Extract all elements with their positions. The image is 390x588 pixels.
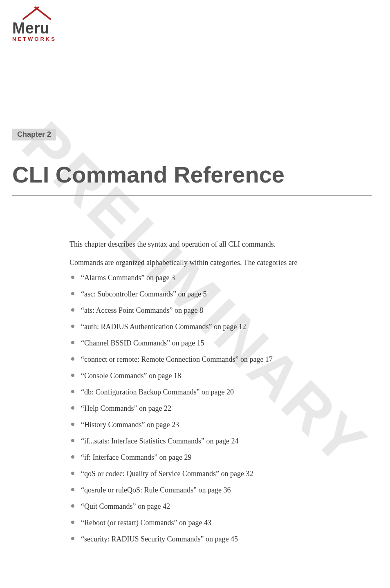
list-item: “security: RADIUS Security Commands” on … <box>69 534 370 545</box>
list-item: “Quit Commands” on page 42 <box>69 501 370 512</box>
chapter-label: Chapter 2 <box>12 129 56 140</box>
list-item: “asc: Subcontroller Commands” on page 5 <box>69 289 370 300</box>
list-item: “if...stats: Interface Statistics Comman… <box>69 436 370 447</box>
list-item: “qosrule or ruleQoS: Rule Commands” on p… <box>69 485 370 496</box>
body-content: This chapter describes the syntax and op… <box>69 239 370 550</box>
list-item: “ats: Access Point Commands” on page 8 <box>69 305 370 316</box>
list-item: “History Commands” on page 23 <box>69 419 370 430</box>
list-item: “if: Interface Commands” on page 29 <box>69 452 370 463</box>
title-rule <box>12 195 372 196</box>
list-item: “Console Commands” on page 18 <box>69 370 370 381</box>
list-item: “Help Commands” on page 22 <box>69 403 370 414</box>
list-item: “connect or remote: Remote Connection Co… <box>69 354 370 365</box>
list-item: “Channel BSSID Commands” on page 15 <box>69 338 370 349</box>
list-item: “auth: RADIUS Authentication Commands” o… <box>69 321 370 332</box>
list-item: “db: Configuration Backup Commands” on p… <box>69 387 370 398</box>
brand-logo: Meru NETWORKS <box>12 6 56 42</box>
intro-paragraph-1: This chapter describes the syntax and op… <box>69 239 370 250</box>
category-list: “Alarms Commands” on page 3 “asc: Subcon… <box>69 272 370 545</box>
list-item: “Reboot (or restart) Commands” on page 4… <box>69 517 370 528</box>
intro-paragraph-2: Commands are organized alphabetically wi… <box>69 257 370 268</box>
page-title: CLI Command Reference <box>12 161 285 188</box>
logo-roof-icon <box>18 6 55 20</box>
logo-subtext: NETWORKS <box>12 36 56 42</box>
list-item: “qoS or codec: Quality of Service Comman… <box>69 468 370 479</box>
logo-name: Meru <box>12 20 56 36</box>
list-item: “Alarms Commands” on page 3 <box>69 272 370 283</box>
